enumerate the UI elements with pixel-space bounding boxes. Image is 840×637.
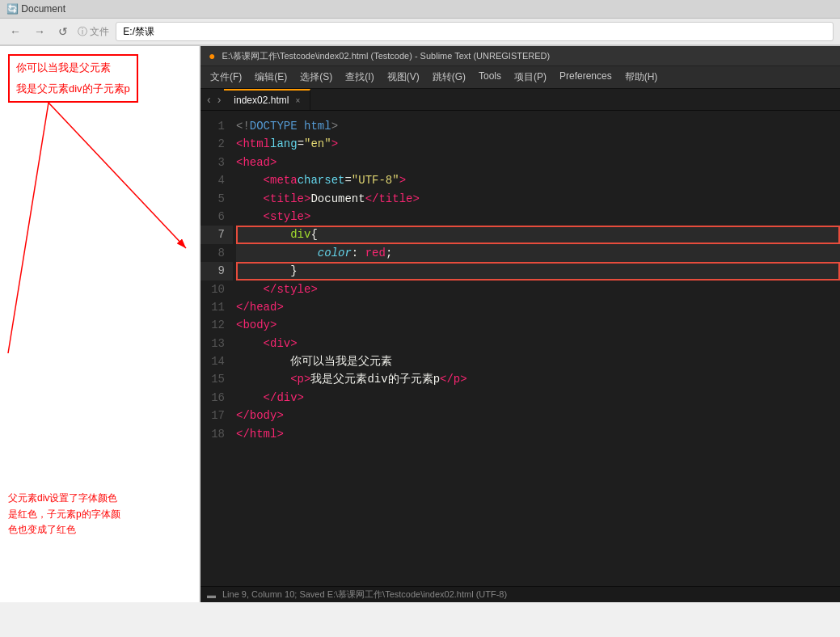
code-line-15: <p>我是父元素div的子元素p</p>	[236, 370, 840, 388]
line-num-1: 1	[201, 117, 233, 135]
line-num-13: 13	[201, 335, 233, 352]
menu-help[interactable]: 帮助(H)	[618, 68, 665, 86]
line-num-18: 18	[201, 425, 233, 443]
line-num-14: 14	[201, 352, 233, 370]
line-num-16: 16	[201, 389, 233, 407]
line-num-11: 11	[201, 298, 233, 316]
line-num-9: 9	[201, 262, 233, 280]
tab-label: index02.html	[234, 95, 289, 106]
code-line-16: </div>	[236, 389, 840, 407]
url-bar[interactable]	[116, 22, 834, 41]
menu-view[interactable]: 视图(V)	[381, 68, 426, 86]
menu-select[interactable]: 选择(S)	[293, 68, 339, 86]
line-num-6: 6	[201, 208, 233, 226]
main-area: 你可以当我是父元素 我是父元素div的子元素p 父元素div设置了字体颜色是红色…	[0, 46, 840, 602]
sublime-icon: ●	[209, 49, 215, 62]
statusbar-icon: ▬	[207, 590, 216, 600]
code-line-2: <html lang="en">	[236, 135, 840, 153]
code-line-8: color: red;	[236, 244, 840, 262]
menu-project[interactable]: 项目(P)	[508, 68, 553, 86]
sublime-tabbar: ‹ › index02.html ×	[201, 89, 840, 111]
sublime-titlebar: ● E:\慕课网工作\Testcode\index02.html (Testco…	[201, 46, 840, 66]
tab-nav-prev[interactable]: ‹	[204, 90, 214, 109]
browser-title: Document	[21, 3, 65, 15]
code-line-12: <body>	[236, 316, 840, 334]
nav-back-button[interactable]: ←	[6, 23, 24, 40]
line-num-4: 4	[201, 171, 233, 189]
code-line-13: <div>	[236, 335, 840, 352]
nav-forward-button[interactable]: →	[31, 23, 49, 40]
nav-reload-button[interactable]: ↺	[55, 23, 71, 40]
code-line-18: </html>	[236, 425, 840, 443]
code-line-17: </body>	[236, 407, 840, 424]
line-num-8: 8	[201, 244, 233, 262]
statusbar-text: Line 9, Column 10; Saved E:\慕课网工作\Testco…	[222, 588, 507, 601]
line-num-15: 15	[201, 370, 233, 388]
browser-favicon: 🔄	[6, 3, 19, 15]
browser-toolbar: ← → ↺ ⓘ 文件	[0, 19, 840, 45]
line-num-3: 3	[201, 154, 233, 171]
line-num-5: 5	[201, 190, 233, 208]
code-content[interactable]: <!DOCTYPE html> <html lang="en"> <head> …	[233, 111, 840, 586]
sublime-statusbar: ▬ Line 9, Column 10; Saved E:\慕课网工作\Test…	[201, 586, 840, 602]
line-num-10: 10	[201, 281, 233, 298]
tab-close-button[interactable]: ×	[295, 96, 300, 105]
line-num-12: 12	[201, 316, 233, 334]
code-line-4: <meta charset="UTF-8">	[236, 171, 840, 189]
code-line-11: </head>	[236, 298, 840, 316]
line-num-17: 17	[201, 407, 233, 424]
sublime-title-text: E:\慕课网工作\Testcode\index02.html (Testcode…	[222, 50, 550, 62]
tab-nav-next[interactable]: ›	[214, 90, 225, 109]
menu-tools[interactable]: Tools	[472, 68, 508, 86]
code-line-6: <style>	[236, 208, 840, 226]
code-line-10: </style>	[236, 281, 840, 298]
browser-titlebar: 🔄 Document	[0, 0, 840, 19]
line-numbers: 1 2 3 4 5 6 7 8 9 10 11 12 13 14 15 16 1…	[201, 111, 233, 586]
code-line-3: <head>	[236, 154, 840, 171]
menu-edit[interactable]: 编辑(E)	[248, 68, 293, 86]
annotation-text: 父元素div设置了字体颜色是红色，子元素p的字体颜色也变成了红色	[8, 491, 125, 538]
svg-line-0	[49, 103, 186, 248]
sublime-window: ● E:\慕课网工作\Testcode\index02.html (Testco…	[201, 46, 840, 602]
code-line-9: }	[236, 262, 840, 280]
preview-text-line2: 我是父元素div的子元素p	[16, 82, 130, 96]
url-info-icon: ⓘ 文件	[78, 25, 109, 39]
menu-goto[interactable]: 跳转(G)	[426, 68, 472, 86]
code-line-7: div{	[236, 226, 840, 243]
preview-text-line1: 你可以当我是父元素	[16, 61, 130, 75]
preview-box: 你可以当我是父元素 我是父元素div的子元素p	[8, 54, 138, 103]
active-tab[interactable]: index02.html ×	[224, 89, 310, 110]
menu-find[interactable]: 查找(I)	[339, 68, 380, 86]
code-line-1: <!DOCTYPE html>	[236, 117, 840, 135]
code-editor: 1 2 3 4 5 6 7 8 9 10 11 12 13 14 15 16 1…	[201, 111, 840, 586]
menu-preferences[interactable]: Preferences	[553, 68, 618, 86]
sublime-menubar: 文件(F) 编辑(E) 选择(S) 查找(I) 视图(V) 跳转(G) Tool…	[201, 66, 840, 89]
preview-top-section: 你可以当我是父元素 我是父元素div的子元素p	[8, 54, 191, 108]
svg-line-1	[8, 103, 49, 353]
code-line-14: 你可以当我是父元素	[236, 352, 840, 370]
code-line-5: <title>Document</title>	[236, 190, 840, 208]
line-num-7: 7	[201, 226, 233, 243]
line-num-2: 2	[201, 135, 233, 153]
menu-file[interactable]: 文件(F)	[204, 68, 248, 86]
preview-panel: 你可以当我是父元素 我是父元素div的子元素p 父元素div设置了字体颜色是红色…	[0, 46, 201, 602]
